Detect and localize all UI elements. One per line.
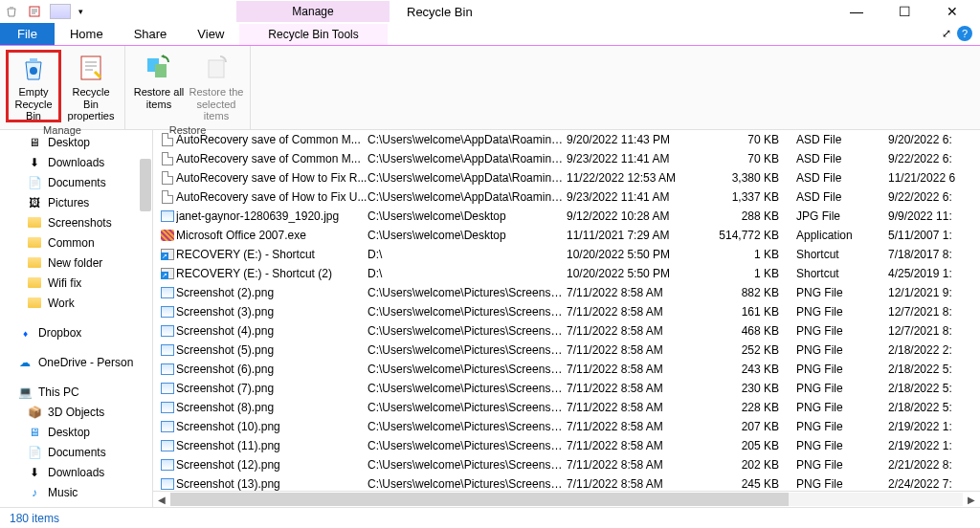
table-row[interactable]: Screenshot (10).pngC:\Users\welcome\Pict… (153, 417, 980, 436)
nav-pc-desktop[interactable]: 🖥Desktop (0, 422, 152, 442)
table-row[interactable]: Screenshot (2).pngC:\Users\welcome\Pictu… (153, 283, 980, 302)
desktop-icon: 🖥 (27, 136, 42, 149)
cell-name: Screenshot (10).png (176, 420, 368, 433)
cell-type: PNG File (796, 343, 888, 357)
menu-view[interactable]: View (182, 23, 239, 45)
cell-date-deleted: 9/12/2022 10:28 AM (567, 209, 701, 223)
cell-size: 3,380 KB (701, 171, 796, 185)
cell-location: D:\ (368, 267, 567, 280)
recyclebin-icon[interactable] (4, 4, 19, 19)
cell-size: 207 KB (701, 420, 796, 433)
status-item-count: 180 items (10, 512, 59, 525)
menu-file[interactable]: File (0, 23, 55, 45)
menu-recyclebin-tools[interactable]: Recycle Bin Tools (239, 24, 388, 45)
cell-date-deleted: 7/11/2022 8:58 AM (567, 324, 701, 338)
table-row[interactable]: AutoRecovery save of Common M...C:\Users… (153, 149, 980, 168)
nav-pc-documents[interactable]: 📄Documents (0, 442, 152, 462)
cell-name: Screenshot (2).png (176, 286, 368, 299)
cell-location: C:\Users\welcome\Pictures\Screenshots (368, 477, 567, 491)
menu-home[interactable]: Home (55, 23, 119, 45)
cell-date-deleted: 11/11/2021 7:29 AM (567, 229, 701, 242)
navigation-pane[interactable]: 🖥Desktop ⬇Downloads 📄Documents 🖼Pictures… (0, 130, 153, 507)
file-type-icon (159, 325, 176, 337)
scroll-right-icon[interactable]: ▶ (963, 495, 980, 505)
cell-date-deleted: 9/20/2022 11:43 PM (567, 133, 701, 146)
cell-location: C:\Users\welcome\Pictures\Screenshots (368, 286, 567, 299)
cell-date-modified: 9/22/2022 6: (888, 152, 980, 165)
menu-share[interactable]: Share (119, 23, 183, 45)
file-type-icon (159, 190, 176, 204)
ribbon: Empty Recycle Bin Recycle Bin properties… (0, 46, 980, 130)
file-type-icon (159, 306, 176, 318)
file-type-icon (159, 402, 176, 413)
nav-documents[interactable]: 📄Documents (0, 172, 152, 192)
nav-common[interactable]: Common (0, 232, 152, 253)
ribbon-collapse-icon[interactable]: ⤢ (942, 27, 951, 40)
nav-desktop[interactable]: 🖥Desktop (0, 132, 152, 152)
table-row[interactable]: AutoRecovery save of How to Fix U...C:\U… (153, 187, 980, 207)
nav-work[interactable]: Work (0, 293, 152, 313)
file-type-icon (159, 152, 176, 165)
restore-all-items-button[interactable]: Restore all items (131, 50, 187, 122)
cell-name: Microsoft Office 2007.exe (176, 229, 368, 242)
cell-name: AutoRecovery save of Common M... (176, 152, 368, 165)
table-row[interactable]: Screenshot (7).pngC:\Users\welcome\Pictu… (153, 379, 980, 398)
cell-location: C:\Users\welcome\AppData\Roaming\M... (368, 152, 567, 165)
table-row[interactable]: Screenshot (5).pngC:\Users\welcome\Pictu… (153, 341, 980, 360)
cell-date-deleted: 7/11/2022 8:58 AM (567, 382, 701, 395)
nav-pc-downloads[interactable]: ⬇Downloads (0, 462, 152, 482)
scroll-left-icon[interactable]: ◀ (153, 495, 170, 505)
nav-pictures[interactable]: 🖼Pictures (0, 192, 152, 212)
file-type-icon (159, 230, 176, 241)
nav-music[interactable]: ♪Music (0, 482, 152, 502)
cell-location: C:\Users\welcome\Desktop (368, 229, 567, 242)
contextual-tab-manage[interactable]: Manage (236, 1, 390, 22)
recycle-bin-properties-button[interactable]: Recycle Bin properties (63, 50, 119, 122)
table-row[interactable]: Microsoft Office 2007.exeC:\Users\welcom… (153, 226, 980, 245)
table-row[interactable]: Screenshot (6).pngC:\Users\welcome\Pictu… (153, 360, 980, 379)
table-row[interactable]: janet-gaynor-1280639_1920.jpgC:\Users\we… (153, 207, 980, 226)
cell-name: RECOVERY (E:) - Shortcut (176, 248, 368, 261)
nav-screenshots[interactable]: Screenshots (0, 212, 152, 232)
horizontal-scrollbar[interactable]: ◀ ▶ (153, 491, 980, 507)
table-row[interactable]: Screenshot (8).pngC:\Users\welcome\Pictu… (153, 398, 980, 417)
folder-icon (27, 297, 42, 310)
cell-name: Screenshot (7).png (176, 382, 368, 395)
nav-scrollbar[interactable] (139, 130, 152, 507)
cell-name: AutoRecovery save of How to Fix U... (176, 190, 368, 204)
cell-date-deleted: 7/11/2022 8:58 AM (567, 343, 701, 357)
cell-location: C:\Users\welcome\Pictures\Screenshots (368, 401, 567, 414)
table-row[interactable]: Screenshot (12).pngC:\Users\welcome\Pict… (153, 455, 980, 474)
pictures-icon: 🖼 (27, 196, 42, 209)
file-grid[interactable]: AutoRecovery save of Common M...C:\Users… (153, 130, 980, 491)
properties-icon[interactable] (27, 4, 42, 19)
help-icon[interactable]: ? (957, 26, 972, 41)
qat-customize[interactable] (50, 4, 71, 19)
empty-recycle-bin-button[interactable]: Empty Recycle Bin (6, 50, 61, 122)
nav-onedrive[interactable]: ☁OneDrive - Person (0, 352, 152, 372)
close-button[interactable]: ✕ (938, 4, 967, 19)
table-row[interactable]: RECOVERY (E:) - ShortcutD:\10/20/2022 5:… (153, 245, 980, 264)
nav-wififix[interactable]: Wifi fix (0, 273, 152, 293)
cell-name: Screenshot (8).png (176, 401, 368, 414)
table-row[interactable]: RECOVERY (E:) - Shortcut (2)D:\10/20/202… (153, 264, 980, 283)
restore-selected-items-button[interactable]: Restore the selected items (189, 50, 244, 122)
nav-dropbox[interactable]: ⬧Dropbox (0, 322, 152, 342)
table-row[interactable]: Screenshot (11).pngC:\Users\welcome\Pict… (153, 436, 980, 455)
svg-rect-5 (209, 60, 224, 77)
cell-location: C:\Users\welcome\AppData\Roaming\M... (368, 171, 567, 185)
nav-downloads[interactable]: ⬇Downloads (0, 152, 152, 172)
quick-access-toolbar: ▾ (4, 4, 83, 19)
nav-3dobjects[interactable]: 📦3D Objects (0, 402, 152, 422)
table-row[interactable]: Screenshot (13).pngC:\Users\welcome\Pict… (153, 474, 980, 491)
table-row[interactable]: Screenshot (3).pngC:\Users\welcome\Pictu… (153, 302, 980, 321)
nav-thispc[interactable]: 💻This PC (0, 382, 152, 402)
table-row[interactable]: AutoRecovery save of How to Fix R...C:\U… (153, 168, 980, 187)
maximize-button[interactable]: ☐ (890, 4, 919, 19)
table-row[interactable]: AutoRecovery save of Common M...C:\Users… (153, 130, 980, 149)
cell-date-deleted: 7/11/2022 8:58 AM (567, 458, 701, 472)
empty-recycle-bin-icon (17, 52, 50, 84)
minimize-button[interactable]: — (842, 4, 871, 19)
table-row[interactable]: Screenshot (4).pngC:\Users\welcome\Pictu… (153, 321, 980, 341)
nav-newfolder[interactable]: New folder (0, 253, 152, 273)
